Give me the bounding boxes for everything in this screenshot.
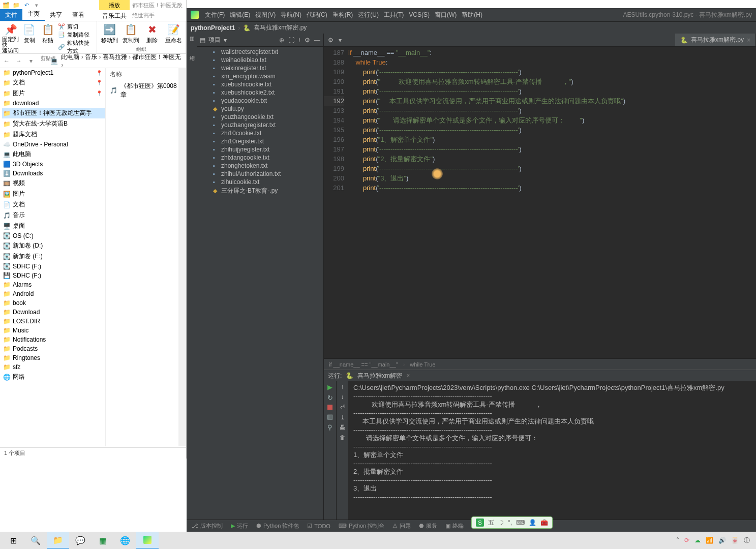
navigation-tree[interactable]: 📁pythonProject1📍📁文档📍📁图片📍📁download📁都市狂医！神…: [0, 68, 106, 446]
layout-icon[interactable]: ▥: [327, 413, 333, 420]
menu-item[interactable]: 代码(C): [307, 11, 327, 18]
scroll-to-end-icon[interactable]: ⤓: [340, 414, 345, 421]
editor-breadcrumb[interactable]: if __name__ == "__main__" › while True: [324, 358, 756, 370]
music-tools-context-tab[interactable]: 播放: [99, 0, 130, 10]
onedrive-node[interactable]: ☁️OneDrive - Personal: [2, 140, 105, 149]
python-console-button[interactable]: ⌨Python 控制台: [339, 522, 384, 530]
tree-item[interactable]: 📁题库文档: [2, 129, 105, 140]
tree-item[interactable]: ⬇️Downloads: [2, 169, 105, 178]
close-run-tab-icon[interactable]: ×: [406, 372, 410, 379]
cut-button[interactable]: ✂️剪切: [58, 22, 95, 30]
start-button[interactable]: ⊞: [2, 532, 24, 549]
run-tool-button[interactable]: ▶运行: [231, 522, 248, 530]
scrollbar[interactable]: [178, 68, 186, 446]
down-icon[interactable]: ↓: [341, 393, 344, 401]
sdhc-node[interactable]: 💾SDHC (F:): [2, 271, 105, 280]
onedrive-tray-icon[interactable]: ☁: [694, 537, 701, 544]
settings-icon[interactable]: ⚙: [305, 37, 310, 44]
tree-item[interactable]: 📁Android: [2, 289, 105, 298]
todo-tool-button[interactable]: ☑TODO: [307, 523, 330, 529]
navigation-bar[interactable]: pythonProject1 › 🐍 喜马拉雅xm解密.py: [187, 21, 756, 34]
copy-button[interactable]: 📄复制: [21, 22, 39, 55]
person-icon[interactable]: 👤: [529, 519, 536, 526]
services-tool-button[interactable]: ⬣服务: [419, 522, 437, 530]
soft-wrap-icon[interactable]: ⏎: [340, 404, 345, 411]
toolbox-icon[interactable]: 🧰: [540, 519, 548, 526]
this-pc-node[interactable]: 💻此电脑: [2, 149, 105, 160]
tray-chevron-icon[interactable]: ˄: [676, 537, 679, 544]
tree-item[interactable]: 🖥️桌面: [2, 221, 105, 231]
menu-item[interactable]: 窗口(W): [435, 11, 457, 18]
gear-icon[interactable]: ⚙: [328, 37, 334, 44]
list-item[interactable]: 🎵 《都市狂医》第0008章: [106, 81, 186, 100]
collapse-icon[interactable]: ⁞: [298, 37, 300, 44]
project-file[interactable]: ▪zihuicookie.txt: [197, 178, 323, 186]
network-node[interactable]: 🌐网络: [2, 372, 105, 382]
pin-to-quick-access-button[interactable]: 📌固定到快 速访问: [2, 22, 20, 55]
tree-item[interactable]: 🖼️图片: [2, 189, 105, 199]
pin-icon[interactable]: ⚲: [327, 423, 332, 431]
project-file[interactable]: ▪zhi10cookie.txt: [197, 129, 323, 137]
project-tool-icon[interactable]: ▥: [190, 36, 194, 41]
tab-home[interactable]: 主页: [22, 8, 45, 21]
project-file[interactable]: ▪zhonghetoken.txt: [197, 162, 323, 170]
clear-icon[interactable]: 🗑: [340, 434, 346, 441]
menu-item[interactable]: 工具(T): [384, 11, 404, 18]
tab-music-tools[interactable]: 音乐工具: [99, 10, 130, 22]
menu-item[interactable]: 视图(V): [255, 11, 276, 18]
edge-taskbar-button[interactable]: 🌐: [114, 532, 136, 549]
project-file[interactable]: ▪xm_encryptor.wasm: [197, 72, 323, 80]
menu-item[interactable]: 帮助(H): [462, 11, 482, 18]
tree-item[interactable]: 📁Download: [2, 308, 105, 317]
back-button[interactable]: ←: [2, 57, 11, 65]
ime-toolbar[interactable]: S 五 ☽ °, ⌨ 👤 🧰: [471, 516, 553, 529]
run-config-name[interactable]: 喜马拉雅xm解密: [357, 372, 402, 380]
moon-icon[interactable]: ☽: [498, 519, 504, 526]
tree-item[interactable]: 📁LOST.DIR: [2, 317, 105, 326]
editor-tab[interactable]: 🐍 喜马拉雅xm解密.py ×: [675, 34, 756, 46]
vcs-tool-button[interactable]: ⎇版本控制: [192, 522, 223, 530]
file-crumb[interactable]: 喜马拉雅xm解密.py: [254, 23, 307, 32]
pycharm-taskbar-button[interactable]: [136, 532, 159, 549]
tree-item[interactable]: 📁Podcasts: [2, 344, 105, 353]
column-header-name[interactable]: 名称: [106, 68, 186, 81]
tree-item[interactable]: 📁贸大在线-大学英语B: [2, 118, 105, 129]
excel-taskbar-button[interactable]: ▦: [92, 532, 114, 549]
project-panel-header[interactable]: ▤ 项目 ▾ ⊕ ⛶ ⁞ ⚙ —: [197, 34, 323, 47]
rerun-icon[interactable]: ▶: [327, 383, 332, 391]
menu-item[interactable]: 导航(N): [281, 11, 301, 18]
tab-share[interactable]: 共享: [45, 9, 67, 21]
project-file[interactable]: ▪zhihuiAuthorization.txt: [197, 170, 323, 178]
hide-icon[interactable]: —: [314, 37, 320, 44]
project-file[interactable]: ▪weixinregister.txt: [197, 64, 323, 72]
tree-item[interactable]: 🟦3D Objects: [2, 160, 105, 169]
tab-file[interactable]: 文件: [0, 9, 22, 21]
breadcrumb[interactable]: 此电脑音乐喜马拉雅都市狂医！神医无: [61, 53, 184, 69]
tree-item[interactable]: 📄文档: [2, 199, 105, 210]
system-tray[interactable]: ˄ ⟳ ☁ 📶 🔊 🀄 ⓘ: [676, 536, 754, 545]
project-file[interactable]: ▪zhi10register.txt: [197, 137, 323, 145]
wechat-taskbar-button[interactable]: 💬: [69, 532, 92, 549]
tree-item[interactable]: 📁Ringtones: [2, 353, 105, 362]
project-file[interactable]: ▪zhixiangcookie.txt: [197, 154, 323, 162]
project-file[interactable]: ▪youdaocookie.txt: [197, 97, 323, 105]
recent-dropdown-icon[interactable]: ▾: [26, 57, 36, 65]
project-crumb[interactable]: pythonProject1: [191, 24, 235, 32]
problems-tool-button[interactable]: ⚠问题: [392, 522, 411, 530]
project-file[interactable]: ▪xuebushicookie.txt: [197, 80, 323, 88]
search-button[interactable]: 🔍: [24, 532, 47, 549]
tree-item[interactable]: 📁图片📍: [2, 88, 105, 99]
stop-icon[interactable]: [327, 405, 332, 410]
tree-item[interactable]: 🎵音乐: [2, 210, 105, 221]
folder-icon[interactable]: 📁: [12, 1, 20, 9]
info-tray-icon[interactable]: ⓘ: [744, 536, 750, 545]
up-icon[interactable]: ↑: [341, 383, 344, 390]
tree-item[interactable]: 💽新加卷 (D:): [2, 240, 105, 251]
tree-item[interactable]: 📁download: [2, 99, 105, 108]
crumb-if[interactable]: if __name__ == "__main__": [329, 361, 398, 368]
ime-mode-label[interactable]: 五: [488, 518, 494, 527]
project-file[interactable]: ▪youzhangcookie.txt: [197, 113, 323, 121]
tree-item[interactable]: 📁sfz: [2, 362, 105, 372]
delete-button[interactable]: ✖删除: [142, 22, 162, 44]
close-tab-icon[interactable]: ×: [747, 37, 750, 44]
